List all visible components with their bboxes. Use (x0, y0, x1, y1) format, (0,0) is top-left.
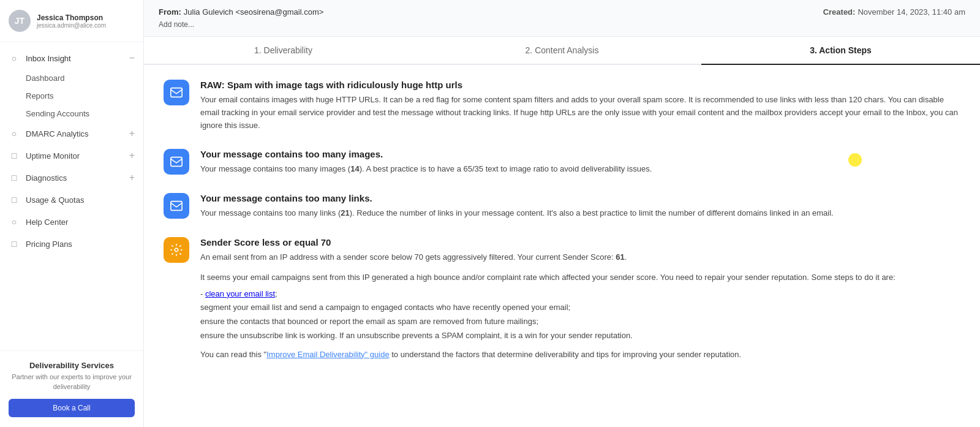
sidebar-item-pricing-plans[interactable]: □ Pricing Plans (0, 233, 143, 255)
square-icon: □ (9, 238, 20, 249)
sender-score-step-4: ensure the unsubscribe link is working. … (200, 330, 960, 342)
action-item-too-many-images: Your message contains too many images. Y… (164, 149, 960, 176)
main-content: From:Julia Gulevich <seosirena@gmail.com… (144, 0, 980, 427)
sidebar-item-usage-quotas[interactable]: □ Usage & Quotas (0, 189, 143, 211)
expand-icon[interactable]: + (129, 150, 135, 161)
sidebar-item-inbox-insight[interactable]: ○ Inbox Insight − (0, 47, 143, 69)
circle-icon: ○ (9, 128, 20, 139)
tabs-bar: 1. Deliverability 2. Content Analysis 3.… (144, 37, 980, 65)
tab-action-steps[interactable]: 3. Action Steps (701, 37, 980, 64)
user-info: Jessica Thompson jessica.admin@alice.com (37, 13, 106, 29)
action-body-sender-score: Sender Score less or equal 70 An email s… (200, 237, 960, 361)
sender-score-after: . (625, 252, 627, 262)
action-item-too-many-links: Your message contains too many links. Yo… (164, 193, 960, 220)
email-icon-images (164, 149, 189, 175)
desc-bold: 14 (350, 164, 359, 173)
action-item-raw-spam: RAW: Spam with image tags with ridiculou… (164, 80, 960, 132)
email-header: From:Julia Gulevich <seosirena@gmail.com… (144, 0, 980, 37)
action-desc-sender-score-main: An email sent from an IP address with a … (200, 251, 960, 264)
square-icon: □ (9, 172, 20, 183)
from-line: From:Julia Gulevich <seosirena@gmail.com… (159, 7, 323, 17)
sidebar: JT Jessica Thompson jessica.admin@alice.… (0, 0, 144, 427)
sidebar-item-label: Pricing Plans (26, 240, 135, 249)
sidebar-user: JT Jessica Thompson jessica.admin@alice.… (0, 0, 143, 42)
sidebar-item-label: DMARC Analytics (26, 129, 129, 138)
desc-after: ). A best practice is to have a 65/35 te… (360, 164, 652, 173)
sender-score-number: 61 (616, 252, 624, 262)
sidebar-item-dashboard[interactable]: Dashboard (0, 69, 143, 87)
action-desc-raw: Your email contains images with huge HTT… (200, 94, 960, 132)
sender-score-steps: - clean your email list; segment your em… (200, 288, 960, 342)
email-icon-links (164, 193, 189, 219)
action-item-sender-score: Sender Score less or equal 70 An email s… (164, 237, 960, 361)
sidebar-item-label: Uptime Monitor (26, 151, 129, 161)
svg-rect-0 (171, 88, 182, 97)
collapse-icon[interactable]: − (129, 53, 135, 64)
tab-deliverability[interactable]: 1. Deliverability (144, 37, 423, 64)
sidebar-item-dmarc-analytics[interactable]: ○ DMARC Analytics + (0, 123, 143, 145)
action-body-raw: RAW: Spam with image tags with ridiculou… (200, 80, 960, 132)
sidebar-deliverability-section: Deliverability Services Partner with our… (0, 350, 143, 427)
sidebar-item-diagnostics[interactable]: □ Diagnostics + (0, 167, 143, 189)
action-desc-links: Your message contains too many links (21… (200, 207, 960, 220)
email-icon-raw (164, 80, 189, 105)
avatar: JT (9, 10, 31, 32)
action-title-raw: RAW: Spam with image tags with ridiculou… (200, 80, 960, 90)
deliverability-desc: Partner with our experts to improve your… (9, 372, 135, 391)
sender-score-step-3: ensure the contacts that bounced or repo… (200, 316, 960, 328)
desc-before: Your message contains too many links ( (200, 208, 341, 217)
desc-bold: 21 (341, 208, 349, 217)
expand-icon[interactable]: + (129, 172, 135, 183)
clean-list-link[interactable]: clean your email list (205, 289, 275, 298)
square-icon: □ (9, 150, 20, 161)
sender-score-step-1: - clean your email list; (200, 288, 960, 301)
guide-text: You can read this "Improve Email Deliver… (200, 349, 960, 361)
add-note-link[interactable]: Add note... (159, 20, 323, 29)
created-info: Created:November 14, 2023, 11:40 am (823, 7, 965, 17)
sidebar-item-help-center[interactable]: ○ Help Center (0, 211, 143, 233)
sidebar-item-label: Diagnostics (26, 173, 129, 183)
sidebar-sub-label: Dashboard (26, 74, 65, 83)
circle-icon: ○ (9, 216, 20, 227)
expand-icon[interactable]: + (129, 128, 135, 139)
sidebar-item-reports[interactable]: Reports (0, 87, 143, 105)
circle-icon: ○ (9, 53, 20, 64)
sidebar-sub-label: Sending Accounts (26, 109, 89, 118)
sidebar-item-uptime-monitor[interactable]: □ Uptime Monitor + (0, 145, 143, 167)
created-label: Created: (823, 7, 856, 17)
sidebar-item-label: Usage & Quotas (26, 195, 135, 205)
user-email: jessica.admin@alice.com (37, 22, 106, 29)
guide-link[interactable]: Improve Email Deliverability" guide (266, 350, 389, 359)
sender-score-step-2: segment your email list and send a campa… (200, 301, 960, 314)
email-meta: From:Julia Gulevich <seosirena@gmail.com… (159, 7, 323, 29)
from-value: Julia Gulevich <seosirena@gmail.com> (184, 7, 324, 17)
sidebar-item-label: Help Center (26, 217, 135, 227)
from-label: From: (159, 7, 181, 17)
action-body-links: Your message contains too many links. Yo… (200, 193, 960, 220)
book-call-button[interactable]: Book a Call (9, 399, 135, 417)
created-value: November 14, 2023, 11:40 am (858, 7, 965, 17)
guide-before: You can read this " (200, 350, 266, 359)
action-desc-images: Your message contains too many images (1… (200, 163, 960, 176)
desc-after: ). Reduce the number of links in your me… (350, 208, 834, 217)
sidebar-item-label: Inbox Insight (26, 54, 129, 63)
action-title-links: Your message contains too many links. (200, 193, 960, 203)
action-title-sender-score: Sender Score less or equal 70 (200, 237, 960, 248)
deliverability-title: Deliverability Services (9, 361, 135, 370)
gear-icon-sender (164, 237, 189, 263)
action-title-images: Your message contains too many images. (200, 149, 960, 159)
svg-rect-2 (171, 202, 182, 211)
sidebar-item-sending-accounts[interactable]: Sending Accounts (0, 105, 143, 123)
square-icon: □ (9, 194, 20, 205)
sidebar-sub-label: Reports (26, 91, 54, 100)
action-steps-content: RAW: Spam with image tags with ridiculou… (144, 65, 980, 427)
sender-score-before: An email sent from an IP address with a … (200, 252, 616, 262)
guide-after: to understand the factors that determine… (390, 350, 741, 359)
sender-score-extra-text: It seems your email campaigns sent from … (200, 271, 960, 284)
user-name: Jessica Thompson (37, 13, 106, 22)
sidebar-navigation: ○ Inbox Insight − Dashboard Reports Send… (0, 42, 143, 350)
svg-point-3 (175, 248, 178, 252)
sender-score-extra: It seems your email campaigns sent from … (200, 271, 960, 361)
desc-before: Your message contains too many images ( (200, 164, 350, 173)
tab-content-analysis[interactable]: 2. Content Analysis (423, 37, 701, 64)
